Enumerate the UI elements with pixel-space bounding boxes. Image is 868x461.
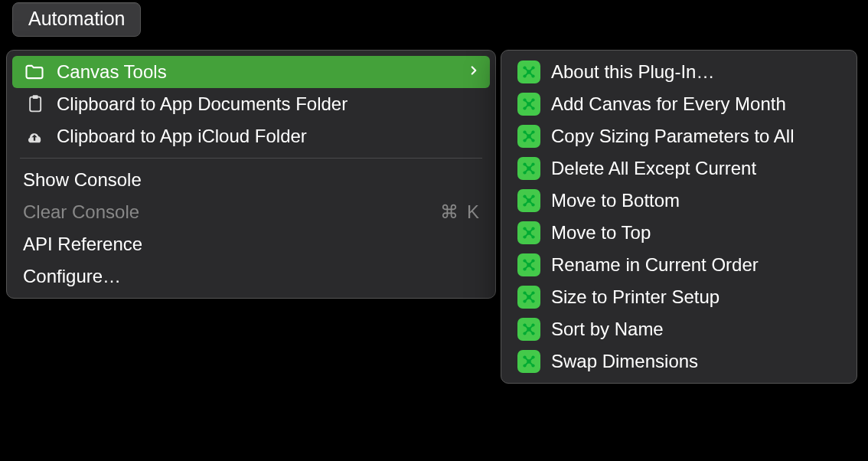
svg-line-80 (529, 325, 534, 330)
menu-separator (20, 158, 482, 159)
svg-line-34 (525, 165, 530, 169)
menu-item-label: API Reference (23, 234, 481, 255)
svg-line-16 (525, 100, 530, 105)
svg-rect-0 (30, 97, 41, 112)
svg-line-46 (529, 201, 534, 205)
submenu-item-move-top[interactable]: Move to Top (507, 217, 851, 249)
plugin-icon (517, 253, 540, 276)
submenu-item-delete-except-current[interactable]: Delete All Except Current (507, 152, 851, 185)
svg-line-81 (525, 329, 530, 334)
svg-line-8 (529, 68, 534, 73)
svg-line-53 (529, 229, 534, 234)
plugin-icon (517, 189, 540, 212)
svg-line-19 (529, 104, 534, 109)
svg-line-27 (525, 136, 530, 141)
plugin-icon (517, 157, 540, 180)
svg-rect-1 (33, 95, 38, 99)
plugin-icon (517, 286, 540, 309)
submenu-item-about-plugin[interactable]: About this Plug-In… (507, 56, 851, 88)
submenu-item-label: Size to Printer Setup (551, 286, 842, 308)
chevron-right-icon (467, 62, 481, 82)
svg-line-45 (525, 201, 530, 205)
menu-item-clear-console[interactable]: Clear Console ⌘ K (12, 196, 490, 228)
plugin-icon (517, 60, 540, 83)
svg-line-70 (525, 293, 530, 298)
menu-item-shortcut: ⌘ K (440, 201, 481, 223)
plugin-icon (517, 93, 540, 116)
submenu-item-label: About this Plug-In… (551, 61, 842, 83)
svg-line-9 (525, 72, 530, 77)
cloud-upload-icon (23, 125, 46, 148)
svg-line-73 (529, 297, 534, 302)
folder-icon (23, 60, 46, 83)
svg-line-25 (525, 132, 530, 137)
submenu-item-label: Sort by Name (551, 319, 842, 340)
svg-line-43 (525, 197, 530, 201)
menu-item-label: Clear Console (23, 201, 429, 223)
menu-title-label: Automation (28, 8, 125, 29)
menu-item-show-console[interactable]: Show Console (12, 164, 490, 196)
menu-item-api-reference[interactable]: API Reference (12, 228, 490, 260)
menu-item-canvas-tools[interactable]: Canvas Tools (12, 56, 490, 88)
svg-line-90 (525, 361, 530, 366)
menu-item-clipboard-icloud[interactable]: Clipboard to App iCloud Folder (12, 120, 490, 152)
svg-line-35 (529, 165, 534, 169)
menu-item-label: Configure… (23, 266, 481, 287)
svg-line-28 (529, 136, 534, 141)
svg-line-44 (529, 197, 534, 201)
plugin-icon (517, 350, 540, 373)
submenu-item-label: Delete All Except Current (551, 158, 842, 179)
automation-dropdown: Canvas Tools Clipboard to App Documents … (6, 50, 496, 299)
svg-line-89 (529, 358, 534, 362)
submenu-item-size-printer[interactable]: Size to Printer Setup (507, 281, 851, 313)
submenu-item-move-bottom[interactable]: Move to Bottom (507, 185, 851, 217)
submenu-item-label: Add Canvas for Every Month (551, 93, 842, 115)
svg-line-82 (529, 329, 534, 334)
menu-item-label: Show Console (23, 169, 481, 191)
svg-line-52 (525, 229, 530, 234)
svg-line-26 (529, 132, 534, 137)
clipboard-icon (23, 93, 46, 116)
submenu-item-label: Move to Top (551, 222, 842, 244)
plugin-icon (517, 221, 540, 244)
svg-line-17 (529, 100, 534, 105)
svg-line-61 (525, 261, 530, 266)
plugin-icon (517, 125, 540, 148)
svg-line-55 (529, 233, 534, 237)
menu-item-configure[interactable]: Configure… (12, 260, 490, 293)
svg-line-88 (525, 358, 530, 362)
submenu-item-label: Rename in Current Order (551, 254, 842, 276)
canvas-tools-submenu: About this Plug-In… Add Canvas for Every… (501, 50, 857, 384)
menu-item-label: Canvas Tools (57, 61, 456, 83)
svg-line-64 (529, 265, 534, 270)
plugin-icon (517, 318, 540, 341)
svg-line-71 (529, 293, 534, 298)
svg-line-7 (525, 68, 530, 73)
submenu-item-copy-sizing[interactable]: Copy Sizing Parameters to All (507, 120, 851, 152)
submenu-item-label: Copy Sizing Parameters to All (551, 126, 842, 147)
submenu-item-swap-dimensions[interactable]: Swap Dimensions (507, 345, 851, 378)
submenu-item-label: Move to Bottom (551, 190, 842, 211)
svg-line-63 (525, 265, 530, 270)
svg-line-62 (529, 261, 534, 266)
submenu-item-add-canvas-month[interactable]: Add Canvas for Every Month (507, 88, 851, 120)
menu-item-label: Clipboard to App Documents Folder (57, 93, 481, 115)
svg-line-10 (529, 72, 534, 77)
menu-title-button[interactable]: Automation (12, 2, 141, 37)
svg-line-72 (525, 297, 530, 302)
svg-line-79 (525, 325, 530, 330)
svg-line-54 (525, 233, 530, 237)
submenu-item-rename-order[interactable]: Rename in Current Order (507, 249, 851, 281)
submenu-item-label: Swap Dimensions (551, 351, 842, 372)
svg-line-36 (525, 168, 530, 173)
svg-line-91 (529, 361, 534, 366)
menu-item-label: Clipboard to App iCloud Folder (57, 126, 481, 147)
menu-item-clipboard-documents[interactable]: Clipboard to App Documents Folder (12, 88, 490, 120)
svg-line-18 (525, 104, 530, 109)
svg-line-37 (529, 168, 534, 173)
submenu-item-sort-name[interactable]: Sort by Name (507, 313, 851, 345)
